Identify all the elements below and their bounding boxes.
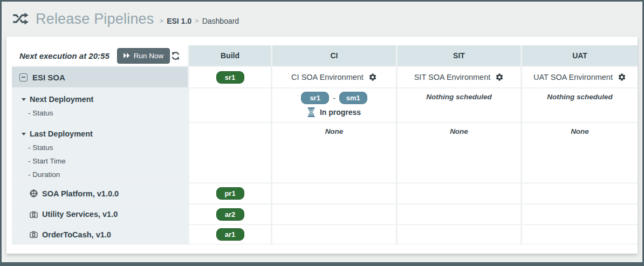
empty-cell — [522, 183, 638, 203]
application-name: SOA Platform, v1.0.0 — [42, 189, 119, 198]
medkit-icon — [30, 230, 38, 238]
next-deployment-status-label: - Status — [12, 106, 188, 120]
empty-cell — [272, 225, 396, 244]
empty-cell — [189, 123, 271, 182]
breadcrumb: > ESI 1.0 > Dashboard — [160, 17, 239, 25]
column-header-build: Build — [189, 45, 271, 66]
breadcrumb-release[interactable]: ESI 1.0 — [167, 17, 191, 25]
to-version-badge[interactable]: sm1 — [339, 92, 367, 104]
empty-cell — [189, 88, 271, 122]
ci-last-deployment-cell: None — [272, 123, 396, 182]
sit-environment-cell: SIT SOA Environment — [398, 67, 520, 87]
build-version-cell: pr1 — [189, 183, 271, 203]
next-deployment-row-header: Next Deployment - Status — [12, 88, 188, 122]
next-deployment-label: Next Deployment — [30, 95, 93, 104]
application-row-ordertocash: OrderToCash, v1.0 — [12, 225, 188, 244]
last-deployment-row-header: Last Deployment - Status - Start Time - … — [12, 123, 188, 182]
next-execution-label: Next execution at 20:55 — [19, 51, 109, 60]
breadcrumb-separator: > — [160, 17, 164, 25]
sit-environment-name: SIT SOA Environment — [414, 73, 491, 81]
empty-cell — [398, 225, 520, 244]
uat-next-deployment-cell: Nothing scheduled — [522, 88, 638, 122]
last-deployment-status-label: - Status — [12, 141, 188, 154]
refresh-icon[interactable] — [170, 50, 181, 62]
page-title: Release Pipelines — [36, 11, 154, 28]
empty-cell — [398, 183, 520, 203]
empty-cell — [272, 183, 396, 203]
column-header-uat: UAT — [522, 45, 638, 66]
build-version-cell: ar1 — [189, 225, 271, 244]
sit-next-deployment-cell: Nothing scheduled — [398, 88, 520, 122]
build-badge[interactable]: ar2 — [216, 208, 244, 221]
from-version-badge[interactable]: sr1 — [301, 92, 329, 104]
run-now-label: Run Now — [134, 52, 164, 60]
last-deployment-duration-label: - Duration — [12, 168, 188, 181]
last-deployment-label: Last Deployment — [30, 129, 93, 138]
gear-icon[interactable] — [495, 73, 504, 81]
uat-last-deployment-cell: None — [522, 123, 638, 182]
build-version-cell: ar2 — [189, 204, 271, 224]
ci-next-deployment-cell: sr1 - sm1 In progress — [272, 88, 396, 122]
collapse-icon[interactable] — [19, 73, 28, 81]
fast-forward-icon — [124, 53, 130, 58]
sit-last-deployment-cell: None — [398, 123, 520, 182]
ci-environment-name: CI SOA Environment — [291, 73, 364, 81]
next-deployment-toggle[interactable]: Next Deployment — [12, 92, 188, 106]
top-header: Release Pipelines > ESI 1.0 > Dashboard — [2, 2, 642, 30]
gear-icon[interactable] — [368, 73, 377, 81]
medkit-icon — [30, 210, 38, 219]
column-header-sit: SIT — [398, 45, 520, 66]
toolbar-cell: Next execution at 20:55 Run Now — [12, 45, 188, 66]
empty-cell — [272, 204, 396, 224]
build-badge[interactable]: sr1 — [216, 71, 244, 84]
build-version-cell: sr1 — [189, 67, 271, 87]
empty-cell — [522, 225, 638, 244]
in-progress-label: In progress — [320, 108, 361, 117]
breadcrumb-dashboard[interactable]: Dashboard — [202, 17, 239, 25]
application-row-soa-platform: SOA Platform, v1.0.0 — [12, 183, 188, 203]
build-badge[interactable]: ar1 — [216, 228, 244, 241]
pipeline-dashboard-panel: Next execution at 20:55 Run Now — [6, 37, 638, 254]
caret-down-icon — [22, 133, 26, 135]
application-name: OrderToCash, v1.0 — [42, 230, 111, 239]
platform-icon — [30, 189, 38, 197]
column-header-ci: CI — [272, 45, 396, 66]
empty-cell — [398, 204, 520, 224]
gear-icon[interactable] — [618, 73, 626, 81]
uat-environment-name: UAT SOA Environment — [533, 73, 613, 81]
hourglass-icon — [307, 107, 315, 117]
pipeline-name: ESI SOA — [32, 73, 65, 82]
breadcrumb-separator: > — [195, 17, 199, 25]
uat-environment-cell: UAT SOA Environment — [522, 67, 638, 87]
application-row-utility-services: Utility Services, v1.0 — [12, 204, 188, 224]
deployment-status: In progress — [307, 107, 361, 117]
deployment-version-range: sr1 - sm1 — [301, 92, 367, 104]
shuffle-pipelines-icon — [12, 12, 29, 27]
build-badge[interactable]: pr1 — [216, 187, 244, 200]
empty-cell — [522, 204, 638, 224]
caret-down-icon — [22, 98, 26, 101]
ci-environment-cell: CI SOA Environment — [272, 67, 396, 87]
last-deployment-toggle[interactable]: Last Deployment — [12, 127, 188, 141]
pipeline-row-header: ESI SOA — [12, 67, 188, 87]
pipeline-table: Next execution at 20:55 Run Now — [12, 45, 638, 244]
last-deployment-start-time-label: - Start Time — [12, 154, 188, 168]
application-name: Utility Services, v1.0 — [42, 210, 118, 219]
range-separator: - — [333, 94, 335, 103]
run-now-button[interactable]: Run Now — [117, 48, 170, 64]
